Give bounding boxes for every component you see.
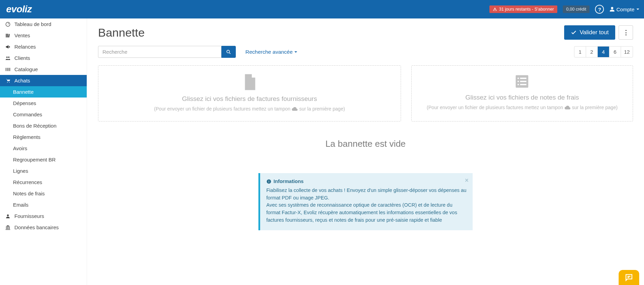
sidebar-item-relances[interactable]: Relances: [0, 41, 87, 52]
search-group: [98, 46, 236, 58]
sidebar-sub-reglements[interactable]: Règlements: [0, 131, 87, 143]
sidebar-item-bank[interactable]: Données bancaires: [0, 222, 87, 233]
sidebar-item-label: Fournisseurs: [14, 213, 44, 219]
svg-point-5: [8, 56, 10, 58]
info-paragraph: Avec ses systèmes de reconnaissance opti…: [266, 202, 466, 224]
svg-rect-18: [520, 78, 526, 79]
bank-icon: [5, 225, 11, 230]
info-title: Informations: [266, 178, 466, 185]
sidebar-item-achats[interactable]: Achats: [0, 75, 87, 86]
sidebar-sub-emails[interactable]: Emails: [0, 199, 87, 210]
sidebar-sub-notes-frais[interactable]: Notes de frais: [0, 188, 87, 199]
sidebar-item-sales[interactable]: Ventes: [0, 30, 87, 41]
sidebar-sub-bons[interactable]: Bons de Réception: [0, 120, 87, 131]
warning-icon: [493, 7, 497, 11]
pager-item[interactable]: 1: [574, 47, 586, 57]
gauge-icon: [5, 22, 11, 27]
topbar-right: 31 jours restants - S'abonner 0,00 crédi…: [489, 5, 639, 14]
search-button[interactable]: [221, 46, 236, 58]
empty-state-message: La bannette est vide: [98, 139, 633, 149]
trial-badge[interactable]: 31 jours restants - S'abonner: [489, 5, 557, 13]
svg-point-15: [227, 50, 230, 53]
svg-rect-24: [269, 181, 269, 183]
svg-rect-8: [7, 68, 8, 71]
svg-rect-1: [6, 34, 7, 37]
cloud-icon: [292, 107, 298, 111]
close-icon[interactable]: ×: [465, 176, 469, 185]
sidebar-sub-bannette[interactable]: Bannette: [0, 86, 87, 98]
sidebar-item-label: Clients: [14, 55, 30, 61]
sidebar-item-label: Achats: [14, 78, 30, 83]
svg-rect-20: [520, 81, 526, 82]
pager-item[interactable]: 6: [609, 47, 621, 57]
sidebar-sub-commandes[interactable]: Commandes: [0, 109, 87, 120]
pager: 1 2 4 6 12: [574, 46, 633, 57]
svg-rect-19: [518, 81, 519, 82]
svg-rect-7: [7, 68, 7, 71]
advanced-search-link[interactable]: Recherche avancée: [245, 49, 297, 55]
dropzone-title: Glissez ici vos fichiers de factures fou…: [105, 95, 394, 103]
svg-rect-21: [518, 84, 519, 85]
trial-text: 31 jours restants - S'abonner: [499, 7, 554, 12]
account-label: Compte: [616, 7, 634, 12]
info-paragraph: Fiabilisez la collecte de vos achats ! E…: [266, 187, 466, 202]
dropzone-title: Glissez ici vos fichiers de notes de fra…: [418, 94, 627, 101]
sidebar-sub-avoirs[interactable]: Avoirs: [0, 143, 87, 154]
validate-all-button[interactable]: Valider tout: [564, 25, 615, 40]
page-title: Bannette: [98, 26, 145, 39]
svg-rect-17: [518, 78, 519, 79]
pager-item[interactable]: 4: [598, 47, 609, 57]
check-icon: [571, 29, 577, 36]
pager-item[interactable]: 12: [621, 47, 633, 57]
svg-rect-9: [8, 68, 9, 71]
sidebar-item-label: Catalogue: [14, 66, 38, 72]
account-menu[interactable]: Compte: [609, 7, 639, 12]
document-icon: [105, 74, 394, 90]
svg-point-12: [7, 82, 8, 82]
svg-rect-3: [8, 34, 10, 37]
logo[interactable]: evoliz: [6, 4, 32, 15]
barcode-icon: [5, 67, 11, 72]
search-input[interactable]: [98, 46, 221, 58]
sidebar-sub-depenses[interactable]: Dépenses: [0, 98, 87, 109]
sidebar-item-label: Ventes: [14, 33, 30, 38]
caret-down-icon: [294, 51, 297, 53]
users-icon: [5, 55, 11, 61]
user-icon: [5, 213, 11, 219]
books-icon: [5, 33, 11, 38]
pager-item[interactable]: 2: [586, 47, 598, 57]
svg-rect-6: [5, 68, 6, 71]
svg-point-4: [6, 56, 8, 58]
sidebar-sub-lignes[interactable]: Lignes: [0, 165, 87, 177]
svg-rect-22: [520, 84, 526, 85]
help-icon[interactable]: ?: [595, 5, 604, 14]
dropzone-expense-notes[interactable]: Glissez ici vos fichiers de notes de fra…: [411, 65, 633, 121]
dropzone-hint: (Pour envoyer un fichier de plusieurs fa…: [418, 105, 627, 110]
svg-rect-2: [7, 34, 8, 37]
chat-fab[interactable]: [619, 270, 639, 285]
caret-down-icon: [636, 9, 639, 10]
more-actions-button[interactable]: ⋮: [619, 25, 633, 40]
sidebar-sub-recurrences[interactable]: Récurrences: [0, 177, 87, 188]
sidebar: Tableau de bord Ventes Relances Clients …: [0, 18, 87, 285]
sidebar-item-label: Données bancaires: [14, 224, 59, 230]
megaphone-icon: [5, 44, 11, 50]
sidebar-item-catalog[interactable]: Catalogue: [0, 64, 87, 75]
svg-rect-11: [10, 68, 10, 71]
svg-rect-10: [9, 68, 9, 71]
dropzone-hint: (Pour envoyer un fichier de plusieurs fa…: [105, 106, 394, 112]
info-icon: [266, 179, 271, 184]
topbar: evoliz 31 jours restants - S'abonner 0,0…: [0, 0, 644, 18]
dropzone-supplier-invoices[interactable]: Glissez ici vos fichiers de factures fou…: [98, 65, 401, 121]
info-box: × Informations Fiabilisez la collecte de…: [258, 173, 473, 230]
sidebar-item-dashboard[interactable]: Tableau de bord: [0, 18, 87, 30]
svg-point-13: [9, 82, 10, 82]
credit-badge[interactable]: 0,00 crédit: [563, 5, 590, 13]
sidebar-item-clients[interactable]: Clients: [0, 52, 87, 64]
list-icon: [418, 74, 627, 89]
cart-icon: [5, 78, 11, 83]
validate-all-label: Valider tout: [580, 29, 609, 36]
sidebar-sub-regroupement[interactable]: Regroupement BR: [0, 154, 87, 165]
sidebar-item-fournisseurs[interactable]: Fournisseurs: [0, 210, 87, 222]
kebab-icon: ⋮: [623, 29, 629, 37]
